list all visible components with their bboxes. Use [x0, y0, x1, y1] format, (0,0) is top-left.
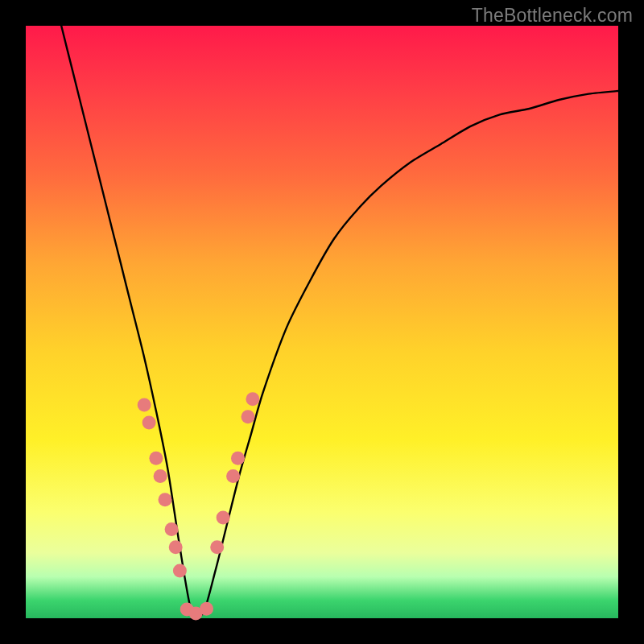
watermark-text: TheBottleneck.com	[472, 5, 633, 27]
data-point	[210, 540, 224, 554]
data-point	[138, 398, 151, 412]
data-point	[149, 452, 163, 465]
data-point	[217, 510, 230, 524]
data-point	[169, 540, 183, 554]
data-points-group	[138, 392, 260, 620]
data-point	[231, 452, 245, 465]
bottleneck-curve	[61, 26, 618, 617]
chart-stage: TheBottleneck.com	[0, 0, 644, 644]
data-point	[242, 410, 255, 423]
plot-area	[26, 26, 618, 618]
data-point	[246, 392, 259, 406]
data-point	[200, 602, 213, 616]
data-point	[142, 416, 156, 430]
curve-layer	[26, 26, 618, 618]
data-point	[226, 469, 240, 483]
data-point	[159, 493, 172, 506]
data-point	[154, 469, 167, 483]
data-point	[173, 564, 187, 578]
data-point	[165, 522, 179, 536]
